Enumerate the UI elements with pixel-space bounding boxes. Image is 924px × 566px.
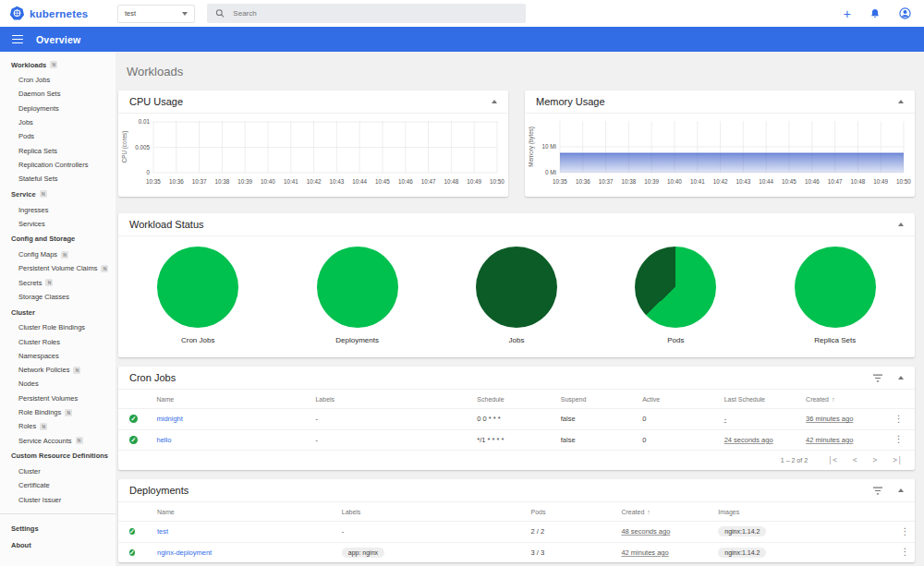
- sidebar-item-label: Service: [11, 190, 36, 199]
- labels-cell: app: nginx: [342, 548, 531, 558]
- name-cell: midnight: [156, 415, 315, 423]
- sidebar-item-nodes[interactable]: Nodes: [0, 377, 116, 391]
- sidebar-item-cluster-role-bindings[interactable]: Cluster Role Bindings: [0, 320, 116, 334]
- sidebar-item-cluster-issuer[interactable]: Cluster Issuer: [0, 492, 116, 506]
- sidebar-item-roles[interactable]: RolesN: [0, 419, 116, 433]
- sidebar-item-config-maps[interactable]: Config MapsN: [0, 247, 116, 261]
- sidebar-item-namespaces[interactable]: Namespaces: [0, 349, 116, 363]
- deployment-link[interactable]: test: [157, 527, 168, 536]
- column-header[interactable]: Suspend: [561, 396, 642, 403]
- prev-page-button[interactable]: <: [853, 456, 857, 464]
- new-badge: N: [101, 265, 108, 272]
- sidebar-item-label: Secrets: [18, 279, 42, 287]
- pie-chart: [317, 247, 398, 328]
- sidebar-item-cron-jobs[interactable]: Cron Jobs: [0, 73, 116, 87]
- suspend-cell: false: [561, 415, 642, 423]
- filter-icon[interactable]: [872, 487, 883, 495]
- sidebar-item-services[interactable]: Services: [0, 217, 116, 231]
- table-row: ✓hello-*/1 * * * *false024 seconds ago42…: [118, 429, 915, 451]
- sidebar-item-config-and-storage[interactable]: Config and Storage: [0, 231, 116, 247]
- sidebar-item-cluster-roles[interactable]: Cluster Roles: [0, 334, 116, 348]
- filter-icon[interactable]: [872, 374, 883, 382]
- search-bar[interactable]: [207, 4, 526, 23]
- collapse-memory-icon[interactable]: [898, 100, 904, 103]
- sidebar-item-network-policies[interactable]: Network PoliciesN: [0, 363, 116, 377]
- deployment-link[interactable]: nginx-deployment: [157, 548, 212, 557]
- kebab-menu-icon[interactable]: ⋮: [894, 414, 904, 424]
- column-header[interactable]: Images: [718, 509, 895, 515]
- create-resource-icon[interactable]: +: [844, 7, 851, 20]
- collapse-deployments-icon[interactable]: [898, 488, 904, 492]
- sidebar-item-cluster[interactable]: Cluster: [0, 464, 116, 478]
- sidebar-item-service[interactable]: ServiceN: [0, 186, 116, 202]
- sidebar-item-replication-controllers[interactable]: Replication Controllers: [0, 158, 116, 172]
- sidebar-item-deployments[interactable]: Deployments: [0, 102, 116, 115]
- column-header[interactable]: Labels: [342, 509, 531, 515]
- next-page-button[interactable]: >: [873, 456, 878, 464]
- sidebar-item-daemon-sets[interactable]: Daemon Sets: [0, 87, 116, 101]
- cron-job-link[interactable]: hello: [156, 436, 171, 444]
- sidebar-item-about[interactable]: About: [0, 537, 116, 554]
- search-input[interactable]: [233, 9, 517, 18]
- sidebar-item-persistent-volumes[interactable]: Persistent Volumes: [0, 391, 116, 405]
- cpu-usage-chart: 10:3510:3610:3710:3810:3910:4010:4110:42…: [118, 114, 508, 197]
- sidebar-item-secrets[interactable]: SecretsN: [0, 276, 116, 290]
- sidebar-item-service-accounts[interactable]: Service AccountsN: [0, 434, 116, 448]
- column-header[interactable]: Created↑: [621, 509, 718, 515]
- column-header[interactable]: Name: [156, 396, 315, 403]
- sidebar-item-replica-sets[interactable]: Replica Sets: [0, 143, 116, 157]
- pods-cell: 3 / 3: [531, 548, 622, 557]
- svg-text:10:36: 10:36: [169, 178, 184, 185]
- collapse-status-icon[interactable]: [898, 223, 904, 226]
- notifications-bell-icon[interactable]: [869, 8, 881, 19]
- sidebar-item-storage-classes[interactable]: Storage Classes: [0, 290, 116, 304]
- sidebar-item-cluster[interactable]: Cluster: [0, 304, 116, 320]
- column-header[interactable]: Created↑: [806, 396, 883, 403]
- menu-hamburger-icon[interactable]: [12, 35, 23, 44]
- column-header[interactable]: Last Schedule: [724, 396, 806, 403]
- svg-text:10:39: 10:39: [644, 178, 659, 185]
- kebab-menu-icon[interactable]: ⋮: [901, 526, 910, 536]
- collapse-cron-jobs-icon[interactable]: [898, 376, 904, 379]
- column-header[interactable]: Pods: [531, 509, 622, 515]
- success-check-icon: ✓: [129, 436, 138, 444]
- page-breadcrumb: Overview: [36, 34, 80, 45]
- deployments-card: Deployments NameLabelsPodsCreated↑Images…: [118, 479, 915, 562]
- sidebar-item-settings[interactable]: Settings: [0, 521, 116, 537]
- column-header[interactable]: Schedule: [477, 396, 560, 403]
- column-header[interactable]: Active: [642, 396, 723, 403]
- sidebar-item-certificate[interactable]: Certificate: [0, 478, 116, 492]
- kebab-menu-icon[interactable]: ⋮: [894, 434, 904, 444]
- sidebar-item-jobs[interactable]: Jobs: [0, 115, 116, 129]
- sidebar-item-persistent-volume-claims[interactable]: Persistent Volume ClaimsN: [0, 261, 116, 275]
- column-header[interactable]: Labels: [315, 396, 477, 403]
- sidebar-item-workloads[interactable]: WorkloadsN: [0, 56, 116, 73]
- sidebar-item-label: Deployments: [18, 104, 59, 113]
- sidebar-item-pods[interactable]: Pods: [0, 129, 116, 143]
- brand[interactable]: kubernetes: [9, 6, 111, 21]
- column-header[interactable]: Name: [157, 509, 342, 515]
- new-badge: N: [45, 279, 53, 286]
- svg-text:10:40: 10:40: [261, 178, 275, 185]
- kebab-menu-icon[interactable]: ⋮: [901, 547, 910, 557]
- svg-text:10:37: 10:37: [599, 178, 614, 185]
- collapse-cpu-icon[interactable]: [492, 100, 497, 103]
- sidebar-item-ingresses[interactable]: Ingresses: [0, 202, 116, 216]
- images-cell: nginx:1.14.2: [718, 548, 895, 558]
- user-account-icon[interactable]: [899, 7, 911, 19]
- workload-status-pies: Cron JobsDeploymentsJobsPodsReplica Sets: [118, 236, 915, 344]
- sidebar-item-label: Settings: [11, 524, 39, 533]
- svg-text:10:39: 10:39: [237, 178, 252, 185]
- page-title: Workloads: [127, 65, 915, 78]
- sidebar-item-role-bindings[interactable]: Role BindingsN: [0, 405, 116, 419]
- memory-usage-card: Memory Usage 10:3510:3610:3710:3810:3910…: [525, 90, 915, 197]
- sidebar-item-stateful-sets[interactable]: Stateful Sets: [0, 172, 116, 186]
- svg-text:10:43: 10:43: [330, 178, 345, 185]
- svg-text:10:44: 10:44: [759, 178, 773, 185]
- svg-text:Memory (bytes): Memory (bytes): [528, 126, 535, 167]
- cron-job-link[interactable]: midnight: [156, 415, 182, 423]
- namespace-selector[interactable]: test: [117, 5, 195, 23]
- last-page-button[interactable]: >|: [893, 456, 902, 464]
- sidebar-item-custom-resource-definitions[interactable]: Custom Resource Definitions: [0, 448, 116, 464]
- first-page-button[interactable]: |<: [828, 456, 837, 464]
